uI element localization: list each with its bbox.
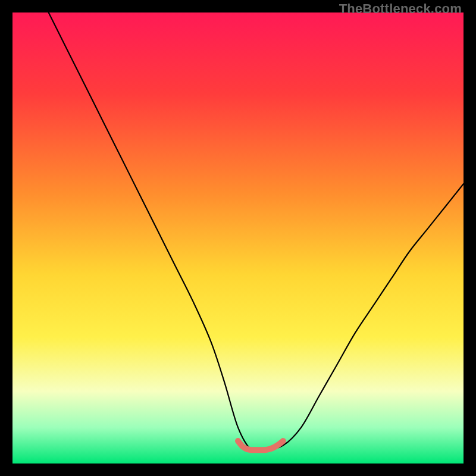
- chart-svg: [12, 12, 464, 464]
- watermark-text: TheBottleneck.com: [339, 1, 462, 17]
- gradient-background: [12, 12, 464, 464]
- plot-area: [12, 12, 464, 464]
- chart-frame: TheBottleneck.com: [0, 0, 476, 476]
